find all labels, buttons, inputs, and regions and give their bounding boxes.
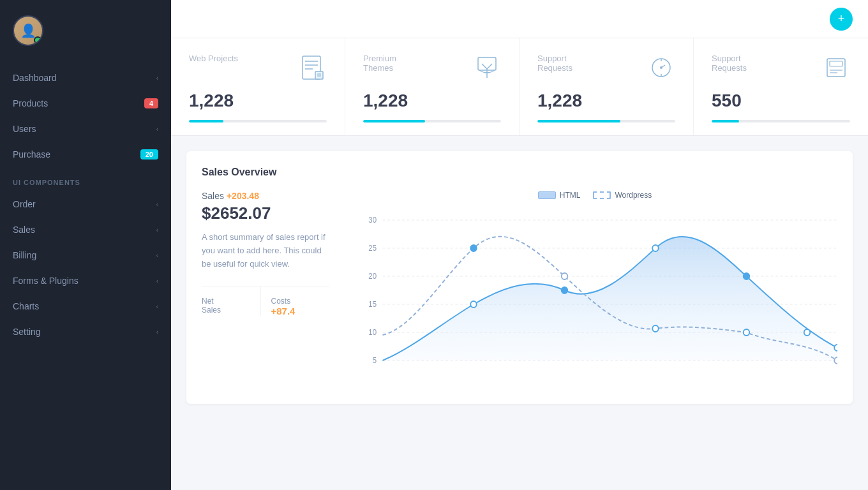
stat-card-premium-themes: PremiumThemes 1,228 [345, 38, 520, 135]
stat-card-web-projects: Web Projects 1,228 [171, 38, 345, 135]
stat-bar-fill [363, 120, 425, 122]
chart-html-fill [383, 237, 838, 360]
chevron-icon: ‹ [156, 226, 158, 234]
stat-header: PremiumThemes [363, 54, 501, 85]
svg-point-13 [660, 66, 662, 69]
sales-body: Sales +203.48 $2652.07 A short summary o… [202, 191, 837, 389]
chart-point [834, 345, 837, 351]
svg-text:25: 25 [368, 244, 377, 252]
chevron-icon: ‹ [156, 75, 158, 82]
sales-description: A short summary of sales report if you w… [202, 231, 329, 271]
chart-wp-point [744, 329, 750, 336]
chart-point [562, 287, 568, 293]
sidebar-item-dashboard[interactable]: Dashboard ‹ [0, 65, 171, 91]
svg-text:5: 5 [373, 356, 377, 364]
main-content: + Web Projects [171, 0, 868, 490]
chart-point [804, 329, 811, 336]
sidebar-item-sales[interactable]: Sales ‹ [0, 217, 171, 242]
topbar: + [171, 0, 868, 38]
sidebar-item-charts[interactable]: Charts ‹ [0, 293, 171, 319]
sales-left-panel: Sales +203.48 $2652.07 A short summary o… [202, 191, 342, 389]
legend-html-box [538, 191, 556, 199]
legend-html-label: HTML [560, 191, 581, 200]
chart-wp-point [562, 273, 568, 279]
stat-title: SupportRequests [537, 54, 572, 73]
chart-point [744, 273, 750, 279]
metric-net-sales: NetSales [202, 286, 261, 316]
stat-value: 1,228 [537, 91, 675, 111]
sidebar: 👤 Dashboard ‹ Products 4 Users ‹ Purchas… [0, 0, 171, 490]
web-projects-icon [299, 54, 327, 85]
stat-value: 1,228 [189, 91, 327, 111]
ui-components-section-title: UI COMPONENTS [0, 167, 171, 191]
avatar-section: 👤 [0, 0, 171, 59]
sidebar-item-forms[interactable]: Forms & Plugins ‹ [0, 268, 171, 293]
chevron-icon: ‹ [156, 201, 158, 208]
legend-wp-box [593, 191, 611, 199]
svg-rect-4 [315, 71, 323, 79]
chevron-icon: ‹ [156, 278, 158, 285]
stat-title: PremiumThemes [363, 54, 396, 73]
stat-bar-fill [712, 120, 739, 122]
support-requests-2-icon [822, 54, 850, 85]
svg-rect-15 [830, 61, 842, 66]
sidebar-item-setting[interactable]: Setting ‹ [0, 319, 171, 345]
sales-metrics: NetSales Costs +87.4 [202, 286, 329, 316]
chevron-icon: ‹ [156, 252, 158, 259]
stat-bar-fill [537, 120, 620, 122]
chart-point [652, 245, 659, 251]
stat-bar-fill [189, 120, 223, 122]
purchase-badge: 20 [140, 149, 158, 160]
legend-wordpress: Wordpress [593, 191, 652, 200]
sidebar-item-order[interactable]: Order ‹ [0, 191, 171, 217]
stat-bar [363, 120, 501, 122]
chart-wp-point [652, 325, 659, 332]
stat-bar [712, 120, 850, 122]
support-requests-icon [647, 54, 675, 85]
metric-costs-title: Costs [271, 297, 330, 306]
stat-card-support-1: SupportRequests 1,228 [520, 38, 694, 135]
sidebar-nav: Dashboard ‹ Products 4 Users ‹ Purchase … [0, 59, 171, 490]
topbar-action-button[interactable]: + [830, 8, 853, 31]
sales-chart: 30 25 20 15 10 5 [352, 207, 837, 386]
legend-html: HTML [538, 191, 581, 200]
chart-legend: HTML Wordpress [352, 191, 837, 200]
stat-header: SupportRequests [537, 54, 675, 85]
premium-themes-icon [473, 54, 501, 85]
svg-text:10: 10 [368, 328, 377, 336]
svg-text:15: 15 [368, 300, 377, 308]
svg-text:30: 30 [368, 216, 377, 224]
metric-costs: Costs +87.4 [261, 286, 330, 316]
svg-text:20: 20 [368, 272, 377, 280]
avatar: 👤 [13, 15, 43, 46]
chevron-icon: ‹ [156, 303, 158, 310]
sales-change: +203.48 [227, 191, 259, 201]
stat-card-support-2: SupportRequests 550 [694, 38, 868, 135]
sidebar-item-users[interactable]: Users ‹ [0, 116, 171, 142]
legend-wp-label: Wordpress [615, 191, 652, 200]
online-indicator [34, 36, 41, 44]
chart-area: HTML Wordpress 30 25 [342, 191, 837, 389]
stats-row: Web Projects 1,228 [171, 38, 868, 136]
sidebar-item-products[interactable]: Products 4 [0, 91, 171, 116]
stat-title: Web Projects [189, 54, 238, 63]
sidebar-item-purchase[interactable]: Purchase 20 [0, 142, 171, 167]
sales-amount: $2652.07 [202, 204, 329, 223]
stat-value: 550 [712, 91, 850, 111]
chevron-icon: ‹ [156, 126, 158, 133]
sales-overview-section: Sales Overview Sales +203.48 $2652.07 A … [186, 151, 853, 404]
metric-net-sales-title: NetSales [202, 297, 260, 315]
chart-point [470, 301, 477, 308]
stat-header: SupportRequests [712, 54, 850, 85]
chart-wp-point [470, 245, 477, 251]
metric-costs-value: +87.4 [271, 306, 330, 316]
products-badge: 4 [144, 98, 158, 108]
stat-bar [189, 120, 327, 122]
sidebar-item-billing[interactable]: Billing ‹ [0, 242, 171, 268]
sales-section-title: Sales Overview [202, 167, 837, 178]
stat-title: SupportRequests [712, 54, 747, 73]
stat-value: 1,228 [363, 91, 501, 111]
stat-bar [537, 120, 675, 122]
sales-label: Sales +203.48 [202, 191, 329, 201]
stat-header: Web Projects [189, 54, 327, 85]
